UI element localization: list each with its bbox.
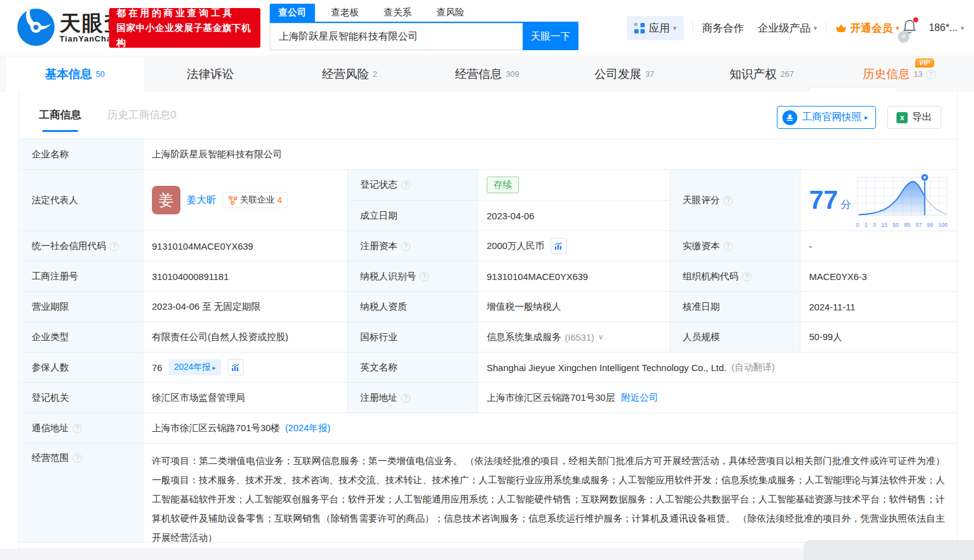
search-button[interactable]: 天眼一下 <box>523 23 578 50</box>
tab-label: 经营风险 <box>322 66 369 82</box>
tab-legal[interactable]: 法律诉讼 <box>144 56 281 92</box>
status-badge: 存续 <box>487 177 519 193</box>
export-label: 导出 <box>912 111 932 124</box>
tab-basic-info[interactable]: 基本信息50 <box>6 56 144 92</box>
nav-enterprise-label: 企业级产品 <box>758 21 810 35</box>
help-icon[interactable]: ? <box>401 393 410 403</box>
field-label: 企业类型 <box>19 322 143 352</box>
stamp-icon <box>782 110 797 125</box>
chevron-down-icon: ▾ <box>813 24 817 32</box>
crown-icon <box>835 23 847 33</box>
field-label: 纳税人识别号? <box>348 261 478 292</box>
search-tabs: 查公司 查老板 查关系 查风险 <box>270 4 578 23</box>
help-icon[interactable]: ? <box>724 242 733 251</box>
reg-authority-value: 徐汇区市场监督管理局 <box>143 383 348 413</box>
score-distribution-chart: 0131550859799100 <box>856 172 948 228</box>
tab-company-development[interactable]: 公司发展37 <box>556 56 693 92</box>
content-card: 工商信息 历史工商信息0 工商官网快照 ▸ x 导出 企业名称 <box>19 92 958 549</box>
nav-enterprise[interactable]: 企业级产品 ▾ <box>758 21 817 35</box>
help-icon[interactable]: ? <box>724 196 733 205</box>
related-label: 关联企业 <box>240 195 275 206</box>
official-snapshot-button[interactable]: 工商官网快照 ▸ <box>777 106 876 129</box>
search-tab-boss[interactable]: 查老板 <box>322 4 368 22</box>
nearby-companies-link[interactable]: 附近公司 <box>621 392 658 404</box>
help-icon[interactable]: ? <box>742 272 751 281</box>
capital-chart-icon[interactable] <box>551 238 567 254</box>
divider <box>826 22 826 33</box>
field-label: 天眼评分? <box>670 170 800 231</box>
notification-bell-icon[interactable] <box>903 19 916 37</box>
search-input[interactable] <box>270 23 523 50</box>
field-label: 工商注册号 <box>19 261 143 292</box>
registration-table: 企业名称 上海阶跃星辰智能科技有限公司 法定代表人 姜 姜大昕 关联企业 4 登… <box>19 139 957 543</box>
tab-business-info[interactable]: 经营信息309 <box>418 56 556 92</box>
field-label: 英文名称 <box>348 352 478 383</box>
tab-operating-risk[interactable]: 经营风险2 <box>281 56 418 92</box>
header: 天眼查 TianYanCha.com 都在用的商业查询工具 国家中小企业发展子基… <box>0 0 974 56</box>
nav-vip-label: 开通会员 <box>851 21 893 35</box>
business-scope-value: 许可项目：第二类增值电信业务；互联网信息服务；第一类增值电信业务。 （依法须经批… <box>143 444 957 543</box>
establish-date-value: 2023-04-06 <box>478 201 670 231</box>
help-icon[interactable]: ? <box>420 272 429 281</box>
org-code-value: MACE0YX6-3 <box>800 261 957 292</box>
tab-label: 知识产权 <box>730 66 777 82</box>
search-area: 查公司 查老板 查关系 查风险 天眼一下 <box>270 4 578 50</box>
credit-code-value: 91310104MACE0YX639 <box>143 231 348 261</box>
tab-count: 309 <box>506 69 520 79</box>
help-icon[interactable]: ? <box>401 242 410 251</box>
tab-label: 公司发展 <box>595 66 642 82</box>
tianyancha-page: 天眼查 TianYanCha.com 都在用的商业查询工具 国家中小企业发展子基… <box>0 0 974 560</box>
score-axis: 0131550859799100 <box>856 222 948 228</box>
company-type-value: 有限责任公司(自然人投资或控股) <box>143 322 348 352</box>
field-label: 参保人数 <box>19 352 143 383</box>
field-label: 国标行业 <box>348 322 478 352</box>
company-name-value: 上海阶跃星辰智能科技有限公司 <box>143 139 957 170</box>
insured-count-value: 76 2024年报▸ <box>143 352 348 383</box>
field-label: 登记状态? <box>348 170 478 201</box>
help-icon[interactable]: ? <box>926 70 936 79</box>
help-icon[interactable]: ? <box>110 242 119 251</box>
field-label: 企业名称 <box>19 139 143 170</box>
help-icon[interactable]: ? <box>73 453 82 463</box>
apps-grid-icon <box>634 23 645 33</box>
field-label: 成立日期 <box>348 201 478 231</box>
field-label: 注册资本? <box>348 231 478 261</box>
field-label: 实缴资本? <box>670 231 800 261</box>
related-count: 4 <box>277 195 282 205</box>
avatar[interactable]: 姜 <box>152 186 180 214</box>
field-label: 注册地址? <box>348 383 478 413</box>
nav-user[interactable]: 186*... ▾ <box>929 22 964 33</box>
taxpayer-id-value: 91310104MACE0YX639 <box>478 261 670 292</box>
chevron-down-icon: ▾ <box>896 24 900 32</box>
field-label: 通信地址? <box>19 413 143 444</box>
search-tab-relation[interactable]: 查关系 <box>375 4 420 22</box>
field-label: 组织机构代码? <box>670 261 800 292</box>
export-button[interactable]: x 导出 <box>887 106 941 129</box>
staff-size-value: 50-99人 <box>800 322 957 352</box>
nav-cooperation[interactable]: 商务合作 <box>702 21 744 35</box>
english-name-value: Shanghai Jieyue Xingchen Intelligent Tec… <box>478 352 957 383</box>
related-companies-badge[interactable]: 关联企业 4 <box>223 192 288 208</box>
help-icon[interactable]: ? <box>401 180 410 190</box>
notification-dot <box>913 17 918 22</box>
search-tab-company[interactable]: 查公司 <box>270 4 315 22</box>
annual-report-tag[interactable]: 2024年报▸ <box>169 359 221 375</box>
chevron-down-icon: ▾ <box>960 24 964 32</box>
subtab-business-registration[interactable]: 工商信息 <box>39 108 81 132</box>
help-icon[interactable]: ? <box>73 424 82 433</box>
legal-rep-link[interactable]: 姜大昕 <box>187 194 216 207</box>
subtab-history-registration[interactable]: 历史工商信息0 <box>107 108 176 132</box>
chevron-down-icon[interactable]: ∨ <box>598 333 604 341</box>
reg-number-value: 310104000891181 <box>143 261 348 292</box>
nav-vip[interactable]: 开通会员 ▾ <box>835 21 900 35</box>
field-label: 纳税人资质 <box>348 292 478 322</box>
field-label: 核准日期 <box>670 292 800 322</box>
divider <box>693 22 693 33</box>
field-label: 法定代表人 <box>19 170 143 231</box>
industry-value: 信息系统集成服务 (I6531) ∨ <box>478 322 670 352</box>
insured-chart-icon[interactable] <box>228 359 244 375</box>
search-tab-risk[interactable]: 查风险 <box>428 4 473 22</box>
annual-report-link[interactable]: (2024年报) <box>285 422 330 434</box>
banner-line1: 都在用的商业查询工具 <box>117 6 253 20</box>
nav-apps[interactable]: 应用 ▾ <box>627 16 684 40</box>
